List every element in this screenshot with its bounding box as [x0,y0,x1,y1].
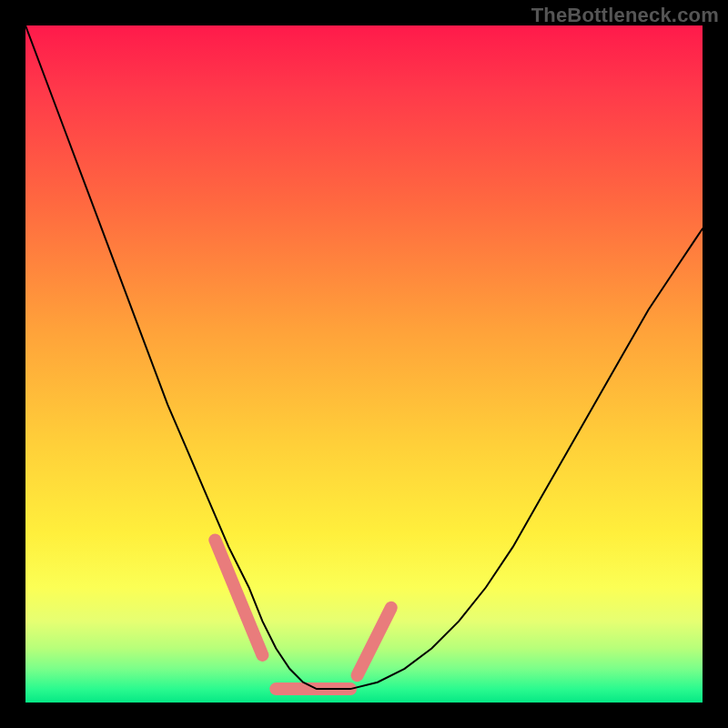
plot-area [25,25,703,703]
marker-segment-left [215,540,262,655]
curve-layer [25,25,703,703]
marker-segment-right [358,608,391,675]
chart-frame: TheBottleneck.com [0,0,728,728]
watermark-text: TheBottleneck.com [531,4,719,27]
bottleneck-curve [25,25,703,689]
